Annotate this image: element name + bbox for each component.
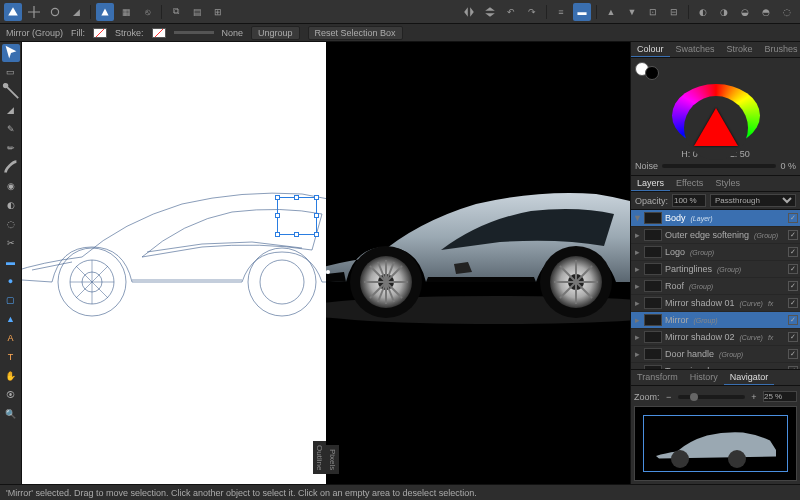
outline-tab[interactable]: Outline (313, 441, 326, 474)
flip-h-icon[interactable] (460, 3, 478, 21)
brush-tool[interactable] (2, 158, 20, 176)
text-frame-tool[interactable]: T (2, 348, 20, 366)
corner-tool[interactable]: ◢ (2, 101, 20, 119)
navigator-viewport-box[interactable] (643, 415, 788, 472)
visibility-toggle[interactable]: ✓ (788, 281, 798, 291)
corner-tool-icon[interactable]: ◢ (67, 3, 85, 21)
pen-tool[interactable]: ✎ (2, 120, 20, 138)
bool-int-icon[interactable]: ◒ (736, 3, 754, 21)
colour-picker-tool[interactable]: ⦿ (2, 386, 20, 404)
move-tool[interactable] (2, 44, 20, 62)
artboard-tool[interactable]: ▭ (2, 63, 20, 81)
zoom-input[interactable] (763, 391, 797, 402)
visibility-toggle[interactable]: ✓ (788, 247, 798, 257)
tab-transform[interactable]: Transform (631, 370, 684, 385)
tab-styles[interactable]: Styles (709, 176, 746, 191)
flip-v-icon[interactable] (481, 3, 499, 21)
disclosure-icon[interactable]: ▸ (633, 230, 641, 240)
bool-xor-icon[interactable]: ◓ (757, 3, 775, 21)
export-persona-icon[interactable]: ⎋ (138, 3, 156, 21)
bool-sub-icon[interactable]: ◑ (715, 3, 733, 21)
tab-stroke[interactable]: Stroke (721, 42, 759, 57)
tab-effects[interactable]: Effects (670, 176, 709, 191)
disclosure-icon[interactable]: ▸ (633, 264, 641, 274)
node-tool-icon[interactable] (46, 3, 64, 21)
pixel-view[interactable]: Pixels (326, 42, 630, 484)
move-back-icon[interactable]: ▼ (623, 3, 641, 21)
fill-tool[interactable]: ◉ (2, 177, 20, 195)
tab-swatches[interactable]: Swatches (670, 42, 721, 57)
rotate-l-icon[interactable]: ↶ (502, 3, 520, 21)
layer-row[interactable]: ▸Mirror shadow 01(Curve)fx✓ (631, 295, 800, 312)
node-tool[interactable] (2, 82, 20, 100)
opacity-input[interactable] (672, 194, 706, 207)
pixel-persona-icon[interactable]: ▦ (117, 3, 135, 21)
zoom-out-button[interactable]: − (664, 392, 674, 402)
align-icon[interactable]: ≡ (552, 3, 570, 21)
layer-row[interactable]: ▸Roof(Group)✓ (631, 278, 800, 295)
visibility-toggle[interactable]: ✓ (788, 366, 798, 369)
ungroup-button[interactable]: Ungroup (251, 26, 300, 40)
bool-add-icon[interactable]: ◐ (694, 3, 712, 21)
snap-icon[interactable]: ⧉ (167, 3, 185, 21)
visibility-toggle[interactable]: ✓ (788, 315, 798, 325)
zoom-in-button[interactable]: + (749, 392, 759, 402)
hand-tool[interactable]: ✋ (2, 367, 20, 385)
guide-icon[interactable]: ⊞ (209, 3, 227, 21)
move-tool-icon[interactable] (25, 3, 43, 21)
layer-row[interactable]: ▸Logo(Group)✓ (631, 244, 800, 261)
grid-icon[interactable]: ▤ (188, 3, 206, 21)
noise-slider[interactable] (662, 164, 776, 168)
stroke-swatch[interactable] (152, 28, 166, 38)
visibility-toggle[interactable]: ✓ (788, 332, 798, 342)
visibility-toggle[interactable]: ✓ (788, 264, 798, 274)
layer-row[interactable]: ▸Partinglines(Group)✓ (631, 261, 800, 278)
stroke-width-slider[interactable] (174, 31, 214, 34)
move-front-icon[interactable]: ▲ (602, 3, 620, 21)
ungroup-icon[interactable]: ⊟ (665, 3, 683, 21)
zoom-slider[interactable] (678, 395, 745, 399)
fill-swatch[interactable] (93, 28, 107, 38)
rotate-r-icon[interactable]: ↷ (523, 3, 541, 21)
transparency-tool[interactable]: ◌ (2, 215, 20, 233)
group-icon[interactable]: ⊡ (644, 3, 662, 21)
text-tool[interactable]: A (2, 329, 20, 347)
tab-brushes[interactable]: Brushes (759, 42, 800, 57)
ellipse-tool[interactable]: ● (2, 272, 20, 290)
layer-root[interactable]: ▼ Body (Layer) ✓ (631, 210, 800, 227)
disclosure-icon[interactable]: ▸ (633, 281, 641, 291)
visibility-toggle[interactable]: ✓ (788, 298, 798, 308)
tab-history[interactable]: History (684, 370, 724, 385)
disclosure-icon[interactable]: ▸ (633, 315, 641, 325)
visibility-toggle[interactable]: ✓ (788, 230, 798, 240)
blend-mode-select[interactable]: Passthrough (710, 194, 796, 207)
selection-bounding-box[interactable] (277, 197, 317, 235)
gradient-tool[interactable]: ◐ (2, 196, 20, 214)
bool-div-icon[interactable]: ◌ (778, 3, 796, 21)
visibility-toggle[interactable]: ✓ (788, 349, 798, 359)
shape-tool[interactable]: ▬ (2, 253, 20, 271)
reset-selection-button[interactable]: Reset Selection Box (308, 26, 403, 40)
visibility-toggle[interactable]: ✓ (788, 213, 798, 223)
layer-row[interactable]: ▸Mirror(Group)✓ (631, 312, 800, 329)
tab-layers[interactable]: Layers (631, 176, 670, 191)
layer-row[interactable]: ▸Door handle(Group)✓ (631, 346, 800, 363)
pixels-tab[interactable]: Pixels (326, 445, 339, 474)
canvas[interactable]: Outline Pixels (22, 42, 630, 484)
rounded-rect-tool[interactable]: ▢ (2, 291, 20, 309)
tab-colour[interactable]: Colour (631, 42, 670, 57)
disclosure-icon[interactable]: ▸ (633, 332, 641, 342)
zoom-tool[interactable]: 🔍 (2, 405, 20, 423)
navigator-preview[interactable] (634, 406, 797, 481)
order-icon[interactable]: ▬ (573, 3, 591, 21)
disclosure-icon[interactable]: ▸ (633, 366, 641, 369)
crop-tool[interactable]: ✂ (2, 234, 20, 252)
secondary-colour-well[interactable] (645, 66, 659, 80)
layer-row[interactable]: ▸Mirror shadow 02(Curve)fx✓ (631, 329, 800, 346)
disclosure-icon[interactable]: ▸ (633, 247, 641, 257)
tab-navigator[interactable]: Navigator (724, 370, 775, 385)
layer-row[interactable]: ▸Turn signals(Group)✓ (631, 363, 800, 369)
pencil-tool[interactable]: ✏ (2, 139, 20, 157)
layer-row[interactable]: ▸Outer edge softening(Group)✓ (631, 227, 800, 244)
colour-wheel[interactable] (672, 84, 760, 147)
